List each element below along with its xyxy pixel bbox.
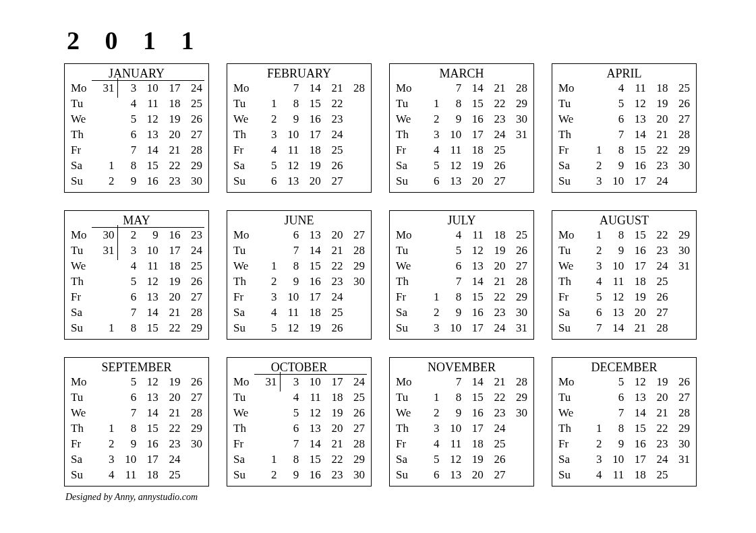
date-cell: 12 xyxy=(279,321,301,336)
date-cell: 25 xyxy=(507,228,529,243)
date-cell xyxy=(345,321,367,336)
overflow-cell xyxy=(257,228,279,243)
date-cell: 11 xyxy=(279,305,301,321)
day-header: Su xyxy=(394,321,419,336)
date-cell: 9 xyxy=(442,112,464,127)
overflow-cell xyxy=(257,81,279,96)
date-cell: 7 xyxy=(117,305,139,321)
table-row: Fr4111825 xyxy=(394,437,529,452)
month-table: Mo6132027Tu7142128We18152229Th29162330Fr… xyxy=(231,228,367,336)
date-cell: 5 xyxy=(279,406,301,421)
date-cell: 9 xyxy=(117,437,139,452)
day-header: Tu xyxy=(69,243,94,259)
date-cell xyxy=(182,468,204,483)
date-cell: 19 xyxy=(463,158,486,174)
date-cell: 7 xyxy=(604,127,627,143)
overflow-cell: 4 xyxy=(419,437,442,452)
date-cell: 22 xyxy=(161,421,183,437)
table-row: Mo5121926 xyxy=(556,375,692,390)
overflow-cell: 5 xyxy=(257,321,279,336)
date-cell: 4 xyxy=(604,81,627,96)
date-cell: 28 xyxy=(670,406,692,421)
date-cell: 18 xyxy=(626,468,648,483)
month-body: Mo5121926Tu6132027We7142128Th18152229Fr2… xyxy=(69,375,204,483)
date-cell: 31 xyxy=(507,321,529,336)
date-cell: 21 xyxy=(323,437,345,452)
date-cell: 7 xyxy=(117,406,139,421)
table-row: We310172431 xyxy=(556,259,692,274)
table-row: Tu6132027 xyxy=(69,390,204,406)
overflow-cell xyxy=(94,305,117,321)
table-row: Fr4111825 xyxy=(394,143,529,158)
table-row: Tu18152229 xyxy=(394,96,529,112)
date-cell: 22 xyxy=(323,96,345,112)
date-cell xyxy=(670,290,692,305)
year-title: 2 0 1 1 xyxy=(67,26,697,55)
day-header: Mo xyxy=(556,375,582,390)
date-cell: 10 xyxy=(301,375,323,390)
date-cell: 28 xyxy=(182,143,204,158)
overflow-cell: 2 xyxy=(419,406,442,421)
date-cell: 20 xyxy=(161,290,183,305)
day-header: We xyxy=(556,112,582,127)
date-cell: 14 xyxy=(463,274,486,290)
date-cell: 24 xyxy=(323,290,345,305)
date-cell: 12 xyxy=(138,274,161,290)
month-body: Mo313101724Tu4111825We5121926Th6132027Fr… xyxy=(231,375,367,483)
date-cell: 23 xyxy=(486,112,508,127)
table-row: Th7142128 xyxy=(394,274,529,290)
table-row: Fr6132027 xyxy=(69,290,204,305)
date-cell: 16 xyxy=(138,437,161,452)
date-cell: 19 xyxy=(486,243,508,259)
overflow-cell: 5 xyxy=(419,158,442,174)
overflow-cell: 3 xyxy=(582,452,604,468)
date-cell: 11 xyxy=(279,143,301,158)
date-cell: 23 xyxy=(161,174,183,189)
table-row: Mo313101724 xyxy=(69,81,204,96)
day-header: Th xyxy=(69,421,94,437)
date-cell: 28 xyxy=(507,274,529,290)
date-cell: 14 xyxy=(604,321,627,336)
table-row: We5121926 xyxy=(69,112,204,127)
table-row: Su6132027 xyxy=(394,468,529,483)
month-name: MAY xyxy=(69,212,204,228)
date-cell: 8 xyxy=(117,421,139,437)
month-name: DECEMBER xyxy=(556,359,692,375)
date-cell: 16 xyxy=(463,112,486,127)
date-cell: 6 xyxy=(117,290,139,305)
date-cell: 8 xyxy=(604,421,627,437)
table-row: Sa29162330 xyxy=(394,305,529,321)
date-cell: 21 xyxy=(486,375,508,390)
month-body: Mo18152229Tu29162330We310172431Th4111825… xyxy=(556,228,692,336)
day-header: Sa xyxy=(69,452,94,468)
month-table: Mo7142128Tu18152229We29162330Th3101724Fr… xyxy=(394,375,529,483)
date-cell: 15 xyxy=(138,421,161,437)
table-row: We7142128 xyxy=(556,406,692,421)
table-row: Th5121926 xyxy=(69,274,204,290)
overflow-cell: 4 xyxy=(582,274,604,290)
date-cell: 5 xyxy=(117,375,139,390)
day-header: Th xyxy=(231,421,257,437)
day-header: We xyxy=(231,259,257,274)
overflow-cell: 3 xyxy=(94,452,117,468)
table-row: Th18152229 xyxy=(556,421,692,437)
date-cell: 16 xyxy=(138,174,161,189)
date-cell xyxy=(507,158,529,174)
table-row: Mo4111825 xyxy=(394,228,529,243)
date-cell: 5 xyxy=(604,375,627,390)
date-cell: 17 xyxy=(161,243,183,259)
month-box: MAYMo30291623Tu313101724We4111825Th51219… xyxy=(64,210,209,340)
date-cell: 19 xyxy=(301,321,323,336)
table-row: Tu5121926 xyxy=(556,96,692,112)
date-cell: 19 xyxy=(301,158,323,174)
overflow-cell: 1 xyxy=(257,452,279,468)
month-body: Mo30291623Tu313101724We4111825Th5121926F… xyxy=(69,228,204,336)
date-cell: 6 xyxy=(117,390,139,406)
month-name: JUNE xyxy=(231,212,367,228)
date-cell: 21 xyxy=(486,274,508,290)
day-header: Fr xyxy=(556,437,582,452)
day-header: Th xyxy=(231,274,257,290)
day-header: Mo xyxy=(394,81,419,96)
date-cell: 14 xyxy=(626,127,648,143)
day-header: Tu xyxy=(556,96,582,112)
